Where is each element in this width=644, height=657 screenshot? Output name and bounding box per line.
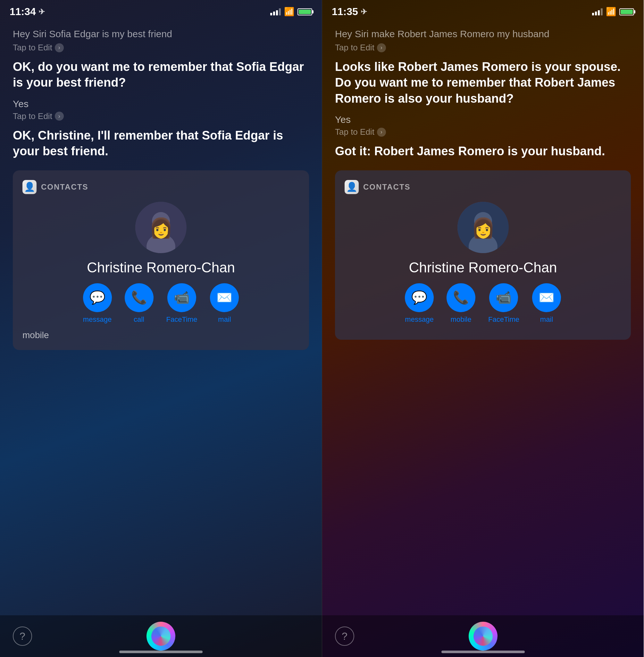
right-siri-orb[interactable] (469, 622, 498, 651)
left-siri-response-1: OK, do you want me to remember that Sofi… (13, 59, 309, 91)
location-arrow-right: ✈ (361, 7, 367, 16)
right-siri-response-1: Looks like Robert James Romero is your s… (335, 59, 631, 107)
right-panel: 11:35 ✈ 📶 Hey Siri make Robert James Rom… (322, 0, 644, 657)
right-action-mobile[interactable]: 📞 mobile (446, 283, 475, 324)
left-action-call[interactable]: 📞 call (125, 283, 154, 324)
right-action-mail-label: mail (540, 315, 553, 324)
battery-icon-left (297, 8, 312, 15)
right-query2-text: Yes (335, 114, 631, 125)
right-contact-name: Christine Romero-Chan (345, 260, 621, 276)
left-panel: 11:34 ✈ 📶 Hey Siri Sofia Edgar is my bes… (0, 0, 322, 657)
status-bar-left: 11:34 ✈ 📶 (0, 0, 322, 21)
right-action-message-label: message (405, 315, 433, 324)
battery-icon-right (619, 8, 634, 15)
left-query1-text: Hey Siri Sofia Edgar is my best friend (13, 27, 309, 41)
message-icon-right[interactable]: 💬 (405, 283, 434, 312)
mobile-icon-right[interactable]: 📞 (446, 283, 475, 312)
contacts-app-icon-right: 👤 (345, 180, 359, 194)
left-siri-orb[interactable] (146, 622, 175, 651)
right-tap-arrow-2[interactable]: › (377, 128, 386, 137)
left-bottom-bar: ? (0, 615, 322, 657)
right-contact-avatar: 👩 (457, 202, 509, 253)
right-contacts-label: CONTACTS (363, 182, 411, 192)
contacts-app-icon-left: 👤 (22, 180, 37, 194)
time-left: 11:34 (9, 6, 36, 18)
right-tap-arrow-1[interactable]: › (377, 43, 386, 52)
svg-text:👩: 👩 (149, 217, 173, 239)
message-icon-left[interactable]: 💬 (83, 283, 112, 312)
right-avatar-container: 👩 (345, 202, 621, 253)
left-action-message[interactable]: 💬 message (83, 283, 112, 324)
status-icons-right: 📶 (592, 7, 634, 17)
left-tap-label-2: Tap to Edit (13, 111, 52, 121)
facetime-icon-left[interactable]: 📹 (167, 283, 196, 312)
right-action-facetime-label: FaceTime (488, 315, 519, 324)
right-tap-to-edit-2[interactable]: Tap to Edit › (335, 127, 631, 137)
left-contacts-label: CONTACTS (41, 182, 89, 192)
left-tap-arrow-1[interactable]: › (55, 43, 64, 52)
svg-text:👩: 👩 (471, 217, 495, 239)
right-bottom-bar: ? (322, 615, 644, 657)
right-tap-label-1: Tap to Edit (335, 43, 374, 52)
left-tap-label-1: Tap to Edit (13, 43, 52, 52)
mail-icon-right[interactable]: ✉️ (532, 283, 561, 312)
left-action-mail[interactable]: ✉️ mail (210, 283, 239, 324)
left-mobile-label: mobile (22, 330, 299, 341)
right-action-facetime[interactable]: 📹 FaceTime (488, 283, 519, 324)
time-right: 11:35 (332, 6, 358, 18)
mail-icon-left[interactable]: ✉️ (210, 283, 239, 312)
right-action-mail[interactable]: ✉️ mail (532, 283, 561, 324)
left-tap-to-edit-2[interactable]: Tap to Edit › (13, 111, 309, 121)
left-contacts-header: 👤 CONTACTS (22, 180, 299, 194)
status-icons-left: 📶 (270, 7, 312, 17)
left-query2-text: Yes (13, 98, 309, 109)
help-icon-left: ? (20, 630, 25, 642)
status-bar-right: 11:35 ✈ 📶 (322, 0, 644, 21)
right-query1-text: Hey Siri make Robert James Romero my hus… (335, 27, 631, 41)
right-contacts-header: 👤 CONTACTS (345, 180, 621, 194)
right-contacts-card: 👤 CONTACTS 👩 Christine Romero-Chan 💬 (335, 170, 631, 340)
right-tap-to-edit-1[interactable]: Tap to Edit › (335, 43, 631, 52)
left-help-button[interactable]: ? (13, 627, 32, 646)
left-action-message-label: message (83, 315, 112, 324)
facetime-icon-right[interactable]: 📹 (489, 283, 518, 312)
left-tap-to-edit-1[interactable]: Tap to Edit › (13, 43, 309, 52)
wifi-icon-left: 📶 (284, 7, 294, 17)
left-action-mail-label: mail (218, 315, 231, 324)
right-home-indicator (441, 651, 525, 653)
right-help-button[interactable]: ? (335, 627, 354, 646)
call-icon-left[interactable]: 📞 (125, 283, 154, 312)
left-contact-actions: 💬 message 📞 call 📹 FaceTime ✉️ mail (22, 283, 299, 324)
left-contact-name: Christine Romero-Chan (22, 260, 299, 276)
left-contacts-card: 👤 CONTACTS 👩 Christine Romero-Chan 💬 (13, 170, 309, 350)
left-action-call-label: call (134, 315, 144, 324)
left-content: Hey Siri Sofia Edgar is my best friend T… (0, 21, 322, 615)
right-tap-label-2: Tap to Edit (335, 127, 374, 137)
right-action-mobile-label: mobile (451, 315, 472, 324)
left-action-facetime[interactable]: 📹 FaceTime (166, 283, 198, 324)
siri-orb-inner-right (474, 627, 493, 646)
left-home-indicator (119, 651, 203, 653)
right-contact-actions: 💬 message 📞 mobile 📹 FaceTime ✉️ mail (345, 283, 621, 324)
right-action-message[interactable]: 💬 message (405, 283, 434, 324)
right-siri-response-2: Got it: Robert James Romero is your husb… (335, 144, 631, 159)
left-avatar-container: 👩 (22, 202, 299, 253)
help-icon-right: ? (342, 630, 347, 642)
left-contact-avatar: 👩 (135, 202, 187, 253)
signal-icon-right (592, 8, 603, 15)
right-content: Hey Siri make Robert James Romero my hus… (322, 21, 644, 615)
signal-icon-left (270, 8, 281, 15)
wifi-icon-right: 📶 (606, 7, 616, 17)
left-tap-arrow-2[interactable]: › (55, 112, 64, 121)
left-siri-response-2: OK, Christine, I'll remember that Sofia … (13, 128, 309, 159)
siri-orb-inner-left (151, 627, 170, 646)
location-arrow-left: ✈ (39, 7, 45, 16)
left-action-facetime-label: FaceTime (166, 315, 198, 324)
